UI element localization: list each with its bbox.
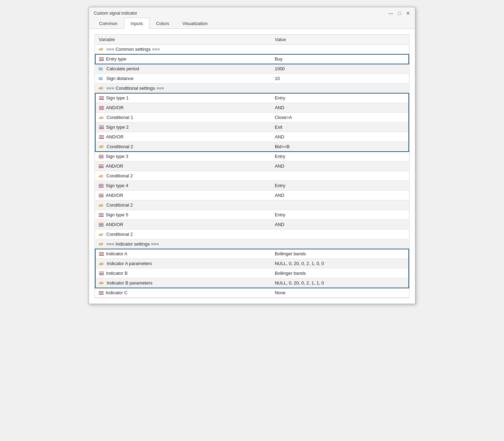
- table-row[interactable]: ab=== Conditional settings ===: [95, 83, 409, 93]
- table-row[interactable]: 01Calculate period1000: [95, 64, 409, 74]
- table-row[interactable]: Entry typeBuy: [95, 54, 409, 64]
- tab-visualization[interactable]: Visualization: [176, 18, 214, 29]
- variable-label: Calculate period: [106, 66, 139, 71]
- table-row[interactable]: Sign type 1Entry: [95, 93, 409, 103]
- value-cell: Close>A: [271, 113, 409, 122]
- ab-icon: ab: [99, 242, 105, 246]
- value-cell: Exit: [271, 122, 409, 132]
- table-row[interactable]: ab=== Common settings ===: [95, 45, 409, 54]
- variable-cell: abConditional 2: [95, 142, 271, 152]
- list-icon: [99, 96, 104, 100]
- value-cell: [271, 171, 409, 181]
- table-row[interactable]: AND/ORAND: [95, 220, 409, 230]
- value-cell: Bollinger bands: [271, 249, 409, 259]
- maximize-button[interactable]: □: [398, 11, 401, 16]
- list-icon: [99, 194, 104, 197]
- variable-cell: abConditional 2: [95, 230, 271, 239]
- list-icon: [99, 126, 104, 129]
- variable-label: Indicator A: [106, 251, 127, 256]
- variable-cell: AND/OR: [95, 161, 271, 171]
- variable-label: Sign type 4: [106, 183, 128, 188]
- variable-cell: ab=== Common settings ===: [95, 45, 271, 54]
- variable-label: === Indicator settings ===: [106, 241, 159, 247]
- variable-label: Indicator C: [106, 290, 128, 295]
- table-header-row: Variable Value: [95, 35, 409, 45]
- table-row[interactable]: AND/ORAND: [95, 191, 409, 200]
- list-icon: [99, 272, 104, 275]
- variable-label: Indicator B parameters: [107, 280, 153, 286]
- value-cell: AND: [271, 220, 409, 230]
- value-cell: AND: [271, 161, 409, 171]
- table-row[interactable]: abIndicator A parametersNULL, 0, 20, 0, …: [95, 259, 409, 268]
- table-row[interactable]: Sign type 5Entry: [95, 210, 409, 220]
- variable-cell: abConditional 2: [95, 171, 271, 181]
- variable-label: Sign type 2: [106, 125, 129, 130]
- list-icon: [99, 155, 104, 158]
- tab-colors[interactable]: Colors: [149, 18, 176, 29]
- table-row[interactable]: abConditional 2: [95, 230, 409, 239]
- variable-cell: abIndicator A parameters: [95, 259, 271, 268]
- tab-inputs[interactable]: Inputs: [124, 18, 149, 29]
- value-cell: AND: [271, 191, 409, 200]
- table-row[interactable]: AND/ORAND: [95, 161, 409, 171]
- table-row[interactable]: Indicator ABollinger bands: [95, 249, 409, 259]
- variable-label: Sign type 5: [106, 212, 128, 217]
- value-cell: [271, 83, 409, 93]
- table-row[interactable]: abConditional 2: [95, 171, 409, 181]
- variable-label: AND/OR: [106, 163, 123, 169]
- variable-cell: Sign type 2: [95, 122, 271, 132]
- variable-cell: 01Sign distance: [95, 74, 271, 83]
- value-cell: Entry: [271, 181, 409, 191]
- table-row[interactable]: Sign type 4Entry: [95, 181, 409, 191]
- table-row[interactable]: abConditional 2: [95, 200, 409, 210]
- value-cell: AND: [271, 103, 409, 113]
- ab-icon: ab: [99, 281, 105, 285]
- list-icon: [99, 165, 104, 168]
- list-icon: [99, 291, 104, 295]
- table-row[interactable]: abIndicator B parametersNULL, 0, 20, 0, …: [95, 278, 409, 288]
- table-row[interactable]: AND/ORAND: [95, 103, 409, 113]
- variable-cell: Sign type 4: [95, 181, 271, 191]
- variable-label: Indicator A parameters: [107, 261, 152, 266]
- ab-icon: ab: [99, 203, 105, 207]
- list-icon: [99, 223, 104, 226]
- variable-label: Conditional 2: [107, 144, 133, 149]
- value-cell: Entry: [271, 152, 409, 161]
- table-row[interactable]: Sign type 2Exit: [95, 122, 409, 132]
- table-row[interactable]: 01Sign distance10: [95, 74, 409, 83]
- value-cell: AND: [271, 132, 409, 142]
- table-row[interactable]: ab=== Indicator settings ===: [95, 239, 409, 249]
- variable-cell: abIndicator B parameters: [95, 278, 271, 288]
- ab-icon: ab: [99, 174, 105, 178]
- table-row[interactable]: Sign type 3Entry: [95, 152, 409, 161]
- value-cell: [271, 239, 409, 249]
- ab-icon: ab: [99, 144, 105, 149]
- list-icon: [99, 184, 104, 187]
- value-cell: NULL, 0, 20, 0, 2, 1, 0, 0: [271, 259, 409, 268]
- value-cell: NULL, 0, 20, 0, 2, 1, 1, 0: [271, 278, 409, 288]
- variable-cell: Indicator C: [95, 288, 271, 298]
- tab-common[interactable]: Common: [92, 18, 124, 29]
- value-cell: [271, 45, 409, 54]
- variable-label: === Common settings ===: [106, 47, 160, 52]
- table-row[interactable]: abConditional 1Close>A: [95, 113, 409, 122]
- value-cell: Entry: [271, 210, 409, 220]
- close-button[interactable]: ✕: [406, 11, 410, 16]
- ab-icon: ab: [99, 86, 105, 90]
- variable-label: Conditional 2: [106, 232, 133, 237]
- table-row[interactable]: Indicator CNone: [95, 288, 409, 298]
- variable-label: === Conditional settings ===: [106, 86, 164, 91]
- value-cell: None: [271, 288, 409, 298]
- minimize-button[interactable]: —: [389, 11, 393, 16]
- variable-label: Conditional 2: [106, 202, 133, 208]
- table-row[interactable]: Indicator BBollinger bands: [95, 268, 409, 278]
- list-icon: [99, 57, 104, 61]
- value-cell: [271, 200, 409, 210]
- list-icon: [99, 135, 104, 139]
- variable-cell: abConditional 1: [95, 113, 271, 122]
- table-row[interactable]: abConditional 2Bid>=B: [95, 142, 409, 152]
- variable-label: Sign distance: [106, 76, 133, 81]
- window-title: Custom signal indicator: [94, 11, 137, 16]
- variable-cell: Sign type 3: [95, 152, 271, 161]
- table-row[interactable]: AND/ORAND: [95, 132, 409, 142]
